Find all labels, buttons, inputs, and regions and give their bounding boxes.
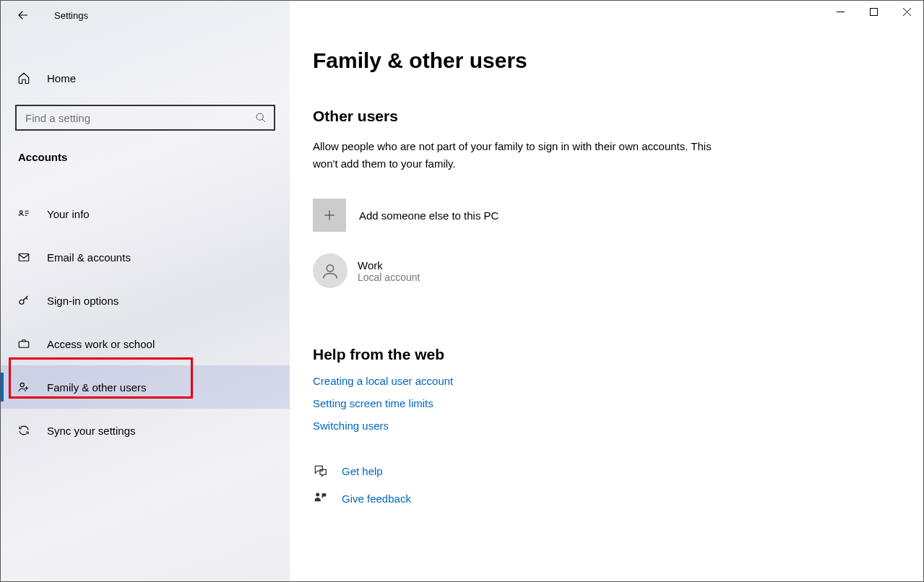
home-nav[interactable]: Home (1, 61, 290, 95)
svg-point-8 (316, 493, 319, 497)
close-button[interactable] (890, 1, 923, 22)
nav-signin[interactable]: Sign-in options (1, 279, 290, 322)
help-heading: Help from the web (313, 346, 900, 363)
svg-point-7 (327, 265, 333, 272)
svg-point-0 (256, 113, 263, 120)
nav-family[interactable]: Family & other users (1, 365, 290, 409)
search-box[interactable] (15, 105, 275, 131)
add-user-label: Add someone else to this PC (359, 209, 498, 222)
svg-rect-4 (19, 342, 29, 347)
nav-label: Sign-in options (47, 295, 118, 307)
nav-email[interactable]: Email & accounts (1, 235, 290, 279)
nav-your-info[interactable]: Your info (1, 192, 290, 235)
sync-icon (17, 424, 31, 437)
user-account-row[interactable]: Work Local account (313, 253, 900, 288)
home-label: Home (47, 72, 76, 84)
sidebar: Settings Home Accounts Your info Email &… (1, 1, 290, 581)
window-title: Settings (54, 10, 88, 21)
help-link-local-account[interactable]: Creating a local user account (313, 375, 900, 387)
people-icon (17, 381, 31, 394)
mail-icon (17, 251, 31, 264)
svg-rect-2 (19, 254, 29, 261)
help-link-screen-time[interactable]: Setting screen time limits (313, 397, 900, 409)
person-card-icon (17, 207, 31, 220)
get-help-link[interactable]: Get help (342, 465, 383, 477)
plus-icon (313, 199, 346, 232)
nav-work-school[interactable]: Access work or school (1, 322, 290, 365)
home-icon (17, 71, 31, 84)
search-input[interactable] (24, 111, 255, 125)
main-panel: Family & other users Other users Allow p… (290, 1, 923, 581)
feedback-icon (313, 491, 330, 505)
briefcase-icon (17, 337, 31, 350)
svg-point-3 (20, 300, 24, 304)
svg-point-1 (20, 211, 22, 214)
nav-label: Your info (47, 208, 90, 220)
svg-rect-6 (870, 8, 877, 15)
svg-point-5 (20, 383, 24, 386)
help-link-switching[interactable]: Switching users (313, 420, 900, 432)
page-title: Family & other users (313, 48, 900, 73)
nav-label: Family & other users (47, 381, 147, 394)
nav-label: Access work or school (47, 338, 155, 350)
avatar-icon (313, 253, 347, 288)
user-name: Work (358, 259, 420, 272)
nav-label: Email & accounts (47, 251, 131, 264)
maximize-button[interactable] (857, 1, 890, 22)
user-type: Local account (358, 272, 420, 283)
nav-label: Sync your settings (47, 425, 136, 437)
give-feedback-link[interactable]: Give feedback (342, 492, 411, 505)
nav-sync[interactable]: Sync your settings (1, 409, 290, 452)
section-label: Accounts (1, 131, 290, 163)
help-chat-icon (313, 464, 330, 478)
other-users-heading: Other users (313, 108, 900, 125)
search-icon (255, 112, 267, 123)
key-icon (17, 294, 31, 307)
back-button[interactable] (17, 9, 30, 22)
add-user-button[interactable]: Add someone else to this PC (313, 199, 900, 232)
minimize-button[interactable] (824, 1, 857, 22)
window-controls (824, 1, 923, 22)
other-users-desc: Allow people who are not part of your fa… (313, 138, 717, 173)
